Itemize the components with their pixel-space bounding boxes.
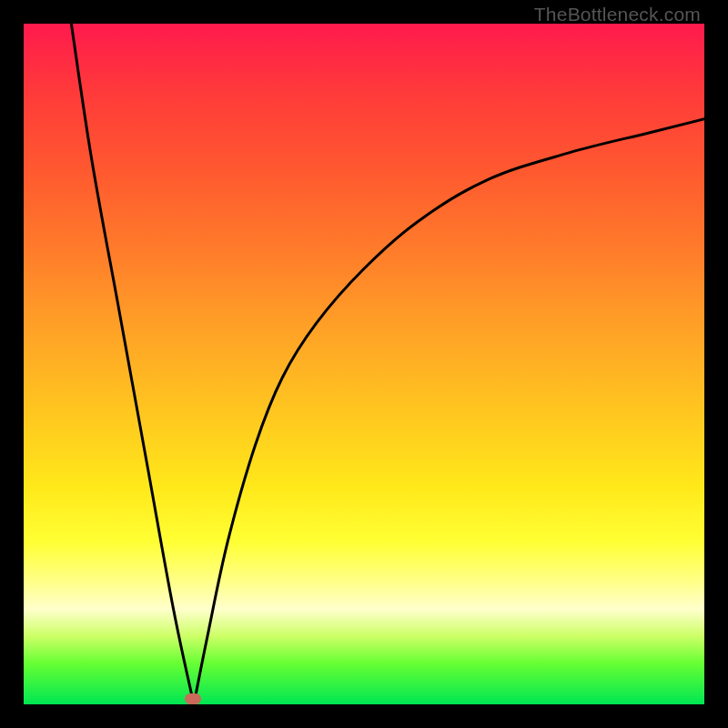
plot-gradient-background bbox=[24, 24, 704, 704]
optimal-point-marker bbox=[185, 693, 201, 704]
plot-frame bbox=[24, 24, 704, 704]
watermark-text: TheBottleneck.com bbox=[534, 4, 701, 25]
